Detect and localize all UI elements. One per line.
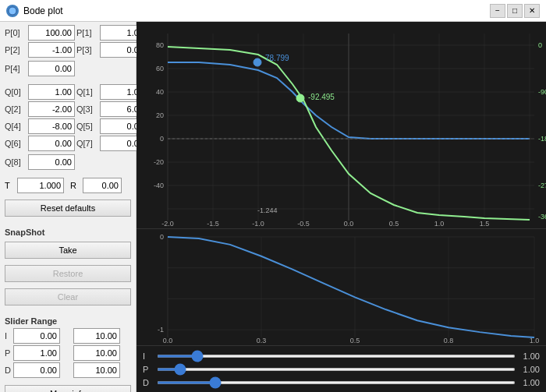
svg-text:40: 40 — [156, 88, 164, 96]
d-slider[interactable] — [157, 381, 516, 384]
q4-label: Q[4] — [5, 122, 27, 131]
p-slider-label: P — [143, 365, 152, 374]
p2-row: P[2] — [5, 42, 75, 58]
p4-row: P[4] — [5, 61, 131, 76]
q7-label: Q[7] — [76, 139, 98, 148]
bode-svg: 80 60 40 20 0 -20 -40 -2.0 -1.5 -1.0 -0.… — [136, 22, 546, 228]
q0-label: Q[0] — [5, 87, 27, 97]
p2-input[interactable] — [28, 42, 75, 58]
q6-row: Q[6] — [5, 136, 75, 151]
q4-input[interactable] — [28, 118, 75, 134]
p0-row: P[0] — [5, 25, 75, 41]
maximize-button[interactable]: □ — [507, 4, 523, 18]
p-range-label: P — [5, 348, 11, 358]
p-min-input[interactable] — [13, 345, 60, 361]
i-range-label: I — [5, 331, 11, 341]
svg-text:-40: -40 — [154, 182, 164, 189]
close-button[interactable]: ✕ — [524, 4, 540, 18]
d-min-input[interactable] — [13, 362, 60, 378]
minimize-button[interactable]: − — [490, 4, 505, 18]
slider-range-label: Slider Range — [5, 316, 131, 326]
q2-label: Q[2] — [5, 104, 27, 114]
q-params-grid: Q[0] Q[1] Q[2] Q[3] Q[4] Q[5] — [5, 84, 131, 151]
svg-text:20: 20 — [156, 111, 164, 119]
r-input[interactable] — [83, 178, 122, 193]
left-panel: P[0] P[1] P[2] P[3] P[4] Q[0] — [0, 22, 136, 392]
svg-text:0.0: 0.0 — [163, 337, 173, 344]
p0-input[interactable] — [28, 25, 75, 41]
q8-row: Q[8] — [5, 154, 131, 170]
p-slider-value: 1.00 — [520, 365, 540, 374]
p-slider-row: P 1.00 — [143, 365, 540, 374]
q8-input[interactable] — [28, 154, 75, 170]
main-content: P[0] P[1] P[2] P[3] P[4] Q[0] — [0, 22, 546, 392]
take-section: Take — [5, 242, 131, 259]
svg-text:0.5: 0.5 — [389, 220, 399, 228]
restore-section: Restore — [5, 265, 131, 282]
svg-text:0: 0 — [160, 233, 164, 241]
d-range-label: D — [5, 366, 11, 375]
d-max-input[interactable] — [73, 362, 120, 378]
window-controls: − □ ✕ — [490, 4, 540, 18]
take-button[interactable]: Take — [5, 242, 131, 259]
restore-button[interactable]: Restore — [5, 265, 131, 282]
tr-row: T R — [5, 178, 131, 193]
svg-point-40 — [254, 58, 261, 66]
step-response: 0 -1 0.0 0.3 0.5 0.8 1.0 — [136, 228, 546, 345]
svg-text:0: 0 — [160, 135, 164, 143]
p-slider[interactable] — [157, 368, 516, 371]
svg-text:1.5: 1.5 — [480, 220, 490, 228]
svg-text:-1.244: -1.244 — [257, 207, 278, 214]
q4-row: Q[4] — [5, 118, 75, 134]
more-info-button[interactable]: More info — [5, 385, 131, 392]
i-max-input[interactable] — [73, 328, 120, 344]
reset-defaults-button[interactable]: Reset defaults — [5, 200, 131, 217]
q6-label: Q[6] — [5, 139, 27, 148]
q2-row: Q[2] — [5, 101, 75, 117]
svg-text:-270: -270 — [538, 182, 546, 189]
p-params-grid: P[0] P[1] P[2] P[3] — [5, 25, 131, 58]
p1-label: P[1] — [76, 28, 98, 37]
svg-text:-1: -1 — [158, 326, 164, 334]
svg-text:-1.5: -1.5 — [207, 220, 219, 228]
p-max-input[interactable] — [73, 345, 120, 361]
svg-text:60: 60 — [156, 65, 164, 72]
q6-input[interactable] — [28, 136, 75, 151]
more-info-section: More info — [5, 385, 131, 392]
clear-section: Clear — [5, 288, 131, 305]
svg-text:-90: -90 — [538, 88, 546, 96]
step-svg: 0 -1 0.0 0.3 0.5 0.8 1.0 — [136, 229, 546, 345]
clear-button[interactable]: Clear — [5, 288, 131, 305]
p3-label: P[3] — [76, 45, 98, 55]
q3-label: Q[3] — [76, 104, 98, 114]
i-slider[interactable] — [157, 355, 516, 358]
slider-range-grid: I P D — [5, 328, 131, 378]
i-min-input[interactable] — [13, 328, 60, 344]
svg-point-42 — [296, 94, 304, 102]
t-input[interactable] — [17, 178, 64, 193]
svg-text:-0.5: -0.5 — [297, 220, 310, 228]
p2-label: P[2] — [5, 45, 27, 55]
i-slider-label: I — [143, 351, 152, 361]
q1-label: Q[1] — [76, 87, 98, 97]
q0-input[interactable] — [28, 84, 75, 100]
svg-text:-180: -180 — [538, 135, 546, 143]
d-slider-row: D 1.00 — [143, 378, 540, 387]
svg-text:0.3: 0.3 — [257, 337, 267, 344]
q2-input[interactable] — [28, 101, 75, 117]
svg-point-0 — [9, 7, 16, 15]
q5-label: Q[5] — [76, 122, 98, 131]
t-label: T — [5, 181, 14, 190]
svg-text:-360: -360 — [538, 213, 546, 221]
p4-label: P[4] — [5, 64, 27, 73]
bode-plot: dB Phase — [136, 22, 546, 228]
p4-input[interactable] — [28, 61, 75, 76]
svg-text:0.5: 0.5 — [350, 337, 360, 344]
window-title: Bode plot — [23, 5, 63, 16]
svg-text:0.8: 0.8 — [444, 337, 454, 344]
title-bar: Bode plot − □ ✕ — [0, 0, 546, 22]
svg-text:0.0: 0.0 — [344, 220, 354, 228]
q0-row: Q[0] — [5, 84, 75, 100]
d-slider-label: D — [143, 378, 152, 387]
svg-text:-1.0: -1.0 — [252, 220, 264, 228]
